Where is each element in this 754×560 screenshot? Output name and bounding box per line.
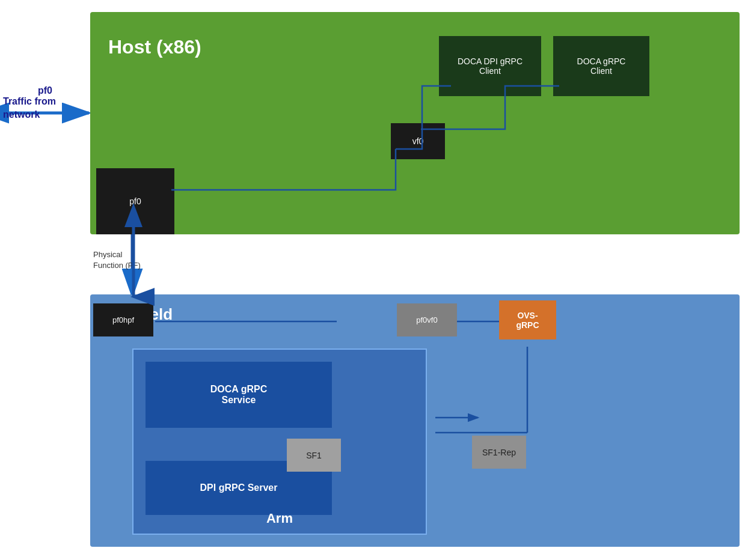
pf0-box: pf0: [96, 168, 174, 234]
doca-dpi-grpc-client-box: DOCA DPI gRPCClient: [439, 36, 541, 96]
sf1-box: SF1: [287, 439, 341, 472]
arm-container: DOCA gRPCService DPI gRPC Server SF1 Arm: [132, 348, 427, 535]
traffic-text: Traffic fromnetwork: [3, 95, 56, 122]
arm-label: Arm: [133, 511, 426, 526]
pf-label: PhysicalFunction (PF): [93, 249, 141, 271]
pf0hpf-box: pf0hpf: [93, 303, 153, 336]
vf0-label: vf0: [412, 136, 424, 146]
sf1-rep-label: SF1-Rep: [482, 448, 516, 457]
doca-dpi-grpc-client-label: DOCA DPI gRPCClient: [458, 56, 523, 76]
host-label: Host (x86): [108, 36, 201, 58]
pf0vf0-label: pf0vf0: [416, 315, 437, 324]
ovs-grpc-box: OVS-gRPC: [499, 300, 556, 339]
pf0vf0-box: pf0vf0: [397, 303, 457, 336]
doca-grpc-client-box: DOCA gRPCClient: [553, 36, 649, 96]
vf0-box: vf0: [391, 123, 445, 159]
ovs-grpc-label: OVS-gRPC: [516, 311, 539, 330]
pf0hpf-label: pf0hpf: [112, 315, 134, 324]
bluefield-area: BlueField pf0hpf pf0vf0 OVS-gRPC DOCA gR…: [90, 294, 740, 547]
sf1-label: SF1: [306, 451, 322, 460]
doca-grpc-client-label: DOCA gRPCClient: [577, 56, 626, 76]
sf1-rep-box: SF1-Rep: [472, 436, 526, 469]
dpi-grpc-server-label: DPI gRPC Server: [200, 482, 278, 493]
doca-grpc-service-label: DOCA gRPCService: [210, 384, 268, 406]
host-area: Host (x86) DOCA DPI gRPCClient DOCA gRPC…: [90, 12, 740, 234]
pf0-label: pf0: [129, 196, 141, 206]
doca-grpc-service-box: DOCA gRPCService: [146, 362, 332, 428]
